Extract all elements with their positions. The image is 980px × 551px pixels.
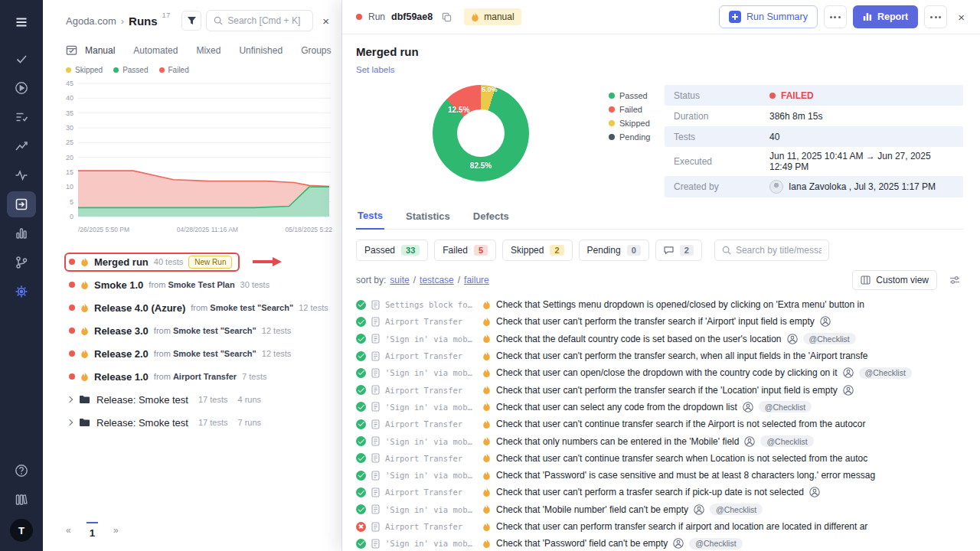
run-row[interactable]: Release 2.0 from Smoke test "Search" 12 … (64, 345, 299, 363)
test-row[interactable]: 'Sign in' via mobile Check that user can… (356, 399, 963, 416)
runs-tab[interactable]: Manual (85, 45, 115, 56)
test-row[interactable]: Airport Transfer Check that user can't c… (356, 450, 963, 467)
filter-label: Failed (443, 245, 468, 256)
runs-tab[interactable]: Groups (301, 45, 331, 56)
test-row[interactable]: 'Sign in' via mobile Check that 'Mobile … (356, 501, 963, 518)
result-filter-chip[interactable]: Passed 33 (356, 240, 428, 261)
test-plans-icon[interactable] (7, 104, 36, 130)
test-row[interactable]: 'Sign in' via mobile Check that only num… (356, 432, 963, 449)
run-row[interactable]: Release 3.0 from Smoke test "Search" 12 … (64, 322, 299, 340)
assignee-icon (820, 316, 831, 327)
more-actions-button[interactable] (824, 5, 847, 28)
run-group-row[interactable]: Release: Smoke test 17 tests 4 runs (64, 388, 341, 411)
test-row[interactable]: 'Sign in' via mobile Check that 'Passwor… (356, 535, 963, 551)
detail-tab[interactable]: Statistics (404, 210, 452, 229)
test-title: Check that user can perform transfer sea… (496, 521, 867, 532)
filter-funnel-button[interactable] (181, 11, 201, 31)
checklist-tag: @Checklist (859, 367, 912, 379)
sort-by-testcase-link[interactable]: testcase (420, 275, 454, 285)
test-suite: Settings block for... (385, 300, 477, 309)
assignee-icon (744, 436, 755, 447)
test-title: Check that user can't continue transfer … (496, 453, 867, 464)
runs-view-icon[interactable] (66, 44, 77, 56)
test-row[interactable]: 'Sign in' via mobile Check that user can… (356, 364, 963, 381)
menu-icon[interactable] (7, 9, 36, 35)
info-value: 386h 8m 15s (769, 111, 822, 122)
info-label: Status (674, 90, 769, 101)
analytics-activity-icon[interactable] (7, 162, 36, 188)
pagination-next-button[interactable]: » (113, 525, 119, 536)
runs-tab[interactable]: Unfinished (239, 45, 283, 56)
assignee-icon (743, 402, 753, 412)
result-filter-chip[interactable]: Failed 5 (434, 240, 496, 261)
view-settings-button[interactable] (946, 272, 963, 288)
test-row[interactable]: Airport Transfer Check that user can't p… (356, 347, 963, 364)
runs-search-input[interactable] (227, 15, 305, 26)
run-detail-body: Merged run Set labels 82.5% 12.5% 5.0% P… (342, 34, 980, 551)
copy-run-id-button[interactable] (439, 9, 455, 25)
projects-library-icon[interactable] (7, 487, 36, 513)
legend-label: Failed (619, 105, 642, 114)
test-row[interactable]: Settings block for... Check that Setting… (356, 296, 963, 313)
flame-icon (482, 317, 491, 327)
manual-badge-label: manual (484, 11, 514, 22)
test-row[interactable]: Airport Transfer Check that user can per… (356, 518, 963, 535)
runs-panel-close-button[interactable]: × (318, 13, 334, 29)
run-row[interactable]: Release 4.0 (Azure) from Smoke test "Sea… (64, 299, 336, 317)
donut-legend-item: Passed (609, 91, 650, 100)
test-title: Check that Settings menu dropdown is ope… (496, 299, 864, 310)
report-button[interactable]: Report (853, 5, 918, 28)
more-options-button[interactable] (924, 5, 947, 28)
result-filter-chip[interactable]: Pending 0 (579, 240, 649, 261)
legend-label: Skipped (75, 66, 103, 74)
runs-play-icon[interactable] (7, 75, 36, 101)
run-row[interactable]: Merged run 40 tests New Run (64, 253, 240, 272)
test-runs-icon[interactable] (7, 191, 36, 217)
test-row[interactable]: Airport Transfer Check that user can't p… (356, 381, 963, 398)
chevron-right-icon (67, 396, 73, 403)
assignee-icon (673, 538, 684, 549)
settings-gear-icon[interactable] (7, 279, 36, 305)
testcase-doc-icon (371, 436, 380, 446)
folder-tests-count: 17 tests (198, 418, 228, 427)
result-filter-chip[interactable]: Skipped 2 (502, 240, 573, 261)
run-row[interactable]: Smoke 1.0 from Smoke Test Plan 30 tests (64, 276, 277, 294)
help-icon[interactable] (7, 458, 36, 484)
test-row[interactable]: 'Sign in' via mobile Check that 'Passwor… (356, 467, 963, 484)
detail-tab[interactable]: Defects (472, 210, 511, 229)
runs-tab[interactable]: Automated (133, 45, 178, 56)
test-row[interactable]: Airport Transfer Check that user can't c… (356, 416, 963, 432)
tests-search-input[interactable] (736, 245, 822, 256)
sort-by-failure-link[interactable]: failure (464, 275, 489, 285)
detail-close-button[interactable]: × (953, 9, 969, 25)
detail-tab[interactable]: Tests (356, 210, 384, 230)
run-group-row[interactable]: Release: Smoke test 17 tests 7 runs (64, 411, 341, 434)
test-row[interactable]: Airport Transfer Check that user can't p… (356, 313, 963, 330)
runs-tab[interactable]: Mixed (196, 45, 220, 56)
run-summary-button[interactable]: Run Summary (719, 5, 818, 28)
branch-icon[interactable] (7, 249, 36, 276)
test-title: Check that user can't perform the transf… (496, 316, 815, 327)
custom-view-button[interactable]: Custom view (852, 270, 937, 290)
legend-item: Skipped (66, 66, 103, 74)
comments-filter-chip[interactable]: 2 (655, 240, 702, 261)
test-cases-icon[interactable] (7, 46, 36, 72)
pagination-prev-button[interactable]: « (66, 525, 71, 536)
run-row[interactable]: Release 1.0 from Airport Transfer 7 test… (64, 368, 274, 386)
sliders-icon (949, 276, 960, 285)
pagination-page-1[interactable]: 1 (87, 522, 98, 539)
run-overview: 82.5% 12.5% 5.0% Passed Failed (356, 85, 963, 197)
test-row[interactable]: Airport Transfer Check that user can't p… (356, 484, 963, 500)
bar-chart-icon (863, 12, 872, 21)
testcase-doc-icon (371, 419, 380, 429)
breadcrumb-project[interactable]: Agoda.com (66, 15, 116, 27)
set-labels-link[interactable]: Set labels (356, 65, 395, 74)
sort-by-suite-link[interactable]: suite (390, 275, 409, 285)
trend-icon[interactable] (7, 133, 36, 159)
test-row[interactable]: 'Sign in' via mobile Check that the defa… (356, 331, 963, 347)
test-status-icon (356, 471, 366, 481)
breadcrumb-separator: › (121, 15, 124, 27)
reports-icon[interactable] (7, 220, 36, 246)
user-avatar[interactable]: T (10, 519, 33, 542)
svg-text:10: 10 (66, 183, 74, 191)
